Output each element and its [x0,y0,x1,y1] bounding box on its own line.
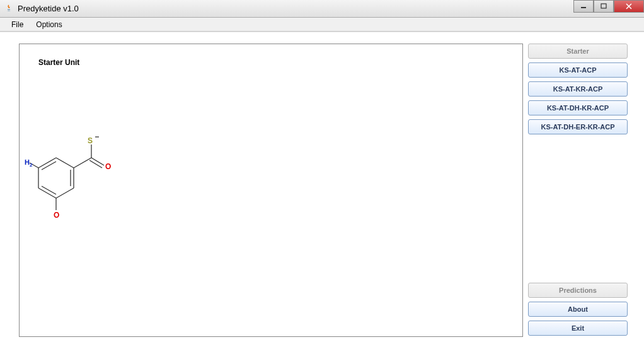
app-window: Predyketide v1.0 File Options Starter Un… [0,0,644,342]
svg-line-16 [91,158,104,165]
menu-options[interactable]: Options [30,19,68,30]
module-buttons: Starter KS-AT-ACP KS-AT-KR-ACP KS-AT-DH-… [528,44,633,134]
ks-at-kr-acp-button[interactable]: KS-AT-KR-ACP [528,81,628,97]
menu-file[interactable]: File [5,19,30,30]
svg-line-9 [42,186,56,194]
window-title: Predyketide v1.0 [18,4,79,13]
exit-button[interactable]: Exit [528,321,628,336]
svg-line-7 [56,188,74,198]
panel-title: Starter Unit [38,58,79,67]
ks-at-dh-kr-acp-button[interactable]: KS-AT-DH-KR-ACP [528,100,628,115]
svg-line-12 [42,162,56,170]
starter-button: Starter [528,44,628,59]
bottom-buttons: Predictions About Exit [528,283,633,336]
java-icon [4,4,14,14]
menubar: File Options [0,18,644,32]
svg-text:S: S [88,136,93,145]
titlebar: Predyketide v1.0 [0,0,644,18]
ks-at-dh-er-kr-acp-button[interactable]: KS-AT-DH-ER-KR-ACP [528,119,628,134]
chemical-structure: S O O NH2 [25,136,125,239]
svg-text:O: O [105,162,111,171]
minimize-button[interactable] [573,0,594,13]
content-area: Starter Unit [0,32,644,342]
svg-line-17 [89,160,102,168]
ks-at-acp-button[interactable]: KS-AT-ACP [528,62,628,78]
about-button[interactable]: About [528,302,628,317]
close-button[interactable] [614,0,644,13]
predictions-button: Predictions [528,283,628,298]
svg-text:O: O [54,211,59,220]
maximize-button[interactable] [594,0,614,13]
svg-rect-1 [601,4,606,8]
svg-text:NH2: NH2 [25,158,33,168]
window-controls [573,0,644,13]
svg-line-4 [56,158,74,168]
right-panel: Starter KS-AT-ACP KS-AT-KR-ACP KS-AT-DH-… [528,44,633,337]
svg-line-15 [74,158,91,168]
structure-panel: Starter Unit [19,44,523,337]
